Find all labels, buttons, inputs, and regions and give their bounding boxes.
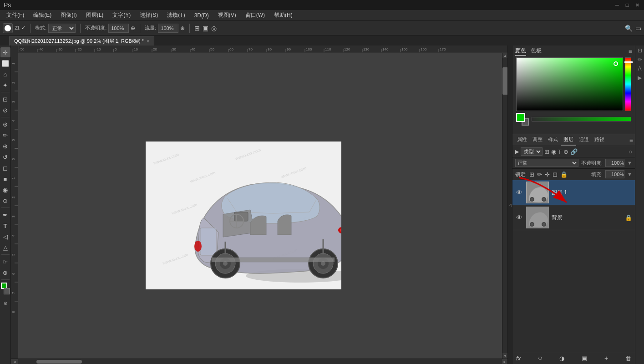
layer-bg-visibility[interactable]: 👁 [515,213,523,222]
opacity-value-input[interactable] [605,159,624,167]
filter-icon-2[interactable]: ◉ [551,148,556,155]
menu-image[interactable]: 图像(I) [56,10,81,20]
tab-channels[interactable]: 通道 [576,134,592,146]
fill-value-input[interactable] [605,170,624,178]
canvas-workspace[interactable]: www.xxxx.com www.xxxx.com www.xxxx.com w… [18,53,502,359]
color-swatch-container[interactable] [516,113,529,126]
color-gradient-picker[interactable] [516,57,623,111]
mini-tool-2[interactable]: ✏ [638,56,642,63]
layer-filter-select[interactable]: 类型 [521,147,543,156]
tool-gradient[interactable]: ■ [0,174,10,184]
menu-3d[interactable]: 3D(D) [190,11,213,20]
tool-crop[interactable]: ⊡ [0,94,10,104]
scroll-track-v[interactable] [502,58,507,353]
tab-close-button[interactable]: × [147,39,149,44]
layer-delete-btn[interactable]: 🗑 [625,355,631,362]
horizontal-scrollbar[interactable]: ◄ ► [11,359,507,364]
tool-magic-wand[interactable]: ✦ [0,80,10,90]
flow-input[interactable] [158,24,178,33]
scroll-thumb-h[interactable] [36,360,82,364]
tool-zoom[interactable]: ⊕ [0,268,10,278]
lock-all-btn[interactable]: 🔒 [560,171,568,178]
tool-path-select[interactable]: ◁ [0,232,10,242]
foreground-swatch[interactable] [516,113,525,122]
menu-layer[interactable]: 图层(L) [81,10,108,20]
tab-paths[interactable]: 路径 [592,134,607,146]
minimize-button[interactable]: ─ [614,2,620,8]
tab-properties[interactable]: 属性 [514,134,530,146]
filter-icon-1[interactable]: ⊞ [544,148,549,155]
document-tab[interactable]: QQ截图20201027113252.jpg @ 90.2% (图层 1, RG… [9,36,154,46]
tool-icon-1[interactable]: ⊞ [194,25,200,32]
close-button[interactable]: ✕ [634,2,640,8]
opacity-arrow[interactable]: ▼ [627,160,632,166]
tool-shape[interactable]: △ [0,243,10,253]
tool-select-rect[interactable]: ⬜ [0,58,10,68]
scroll-right-btn[interactable]: ► [502,359,507,364]
tool-history-brush[interactable]: ↺ [0,152,10,162]
tool-spot-heal[interactable]: ⊛ [0,119,10,129]
tool-stamp[interactable]: ⊕ [0,141,10,151]
tool-hand[interactable]: ☞ [0,257,10,267]
tool-text[interactable]: T [0,221,10,231]
tool-eyedropper[interactable]: ⊘ [0,105,10,115]
brush-preview[interactable] [3,23,13,33]
maximize-button[interactable]: □ [624,2,630,8]
mini-tool-3[interactable]: A [638,66,641,72]
tool-move[interactable]: ✛ [0,47,10,57]
blend-mode-select[interactable]: 正常 [515,159,578,167]
menu-text[interactable]: 文字(Y) [108,10,135,20]
tool-icon-2[interactable]: ▣ [203,25,208,32]
color-panel-menu-icon[interactable]: ≡ [629,48,632,55]
panel-icon[interactable]: ▭ [635,25,641,32]
layer-fx-btn[interactable]: fx [516,355,521,362]
lock-artboard-btn[interactable]: ⊡ [553,171,558,178]
color-tab-color[interactable]: 颜色 [515,47,526,56]
opacity-input[interactable] [108,24,129,33]
menu-file[interactable]: 文件(F) [2,10,29,20]
tab-styles[interactable]: 样式 [545,134,561,146]
lock-pixels-btn[interactable]: ⊞ [529,171,534,178]
hue-slider[interactable] [625,57,631,111]
mode-select[interactable]: 正常 [48,24,76,33]
search-icon[interactable]: 🔍 [625,25,633,32]
tool-blur[interactable]: ◉ [0,185,10,195]
tool-quickmask[interactable]: ⊘ [0,298,10,308]
layer-1-visibility[interactable]: 👁 [515,188,523,197]
menu-select[interactable]: 选择(S) [135,10,162,20]
lock-move-btn[interactable]: ✛ [545,171,550,178]
menu-filter[interactable]: 滤镜(T) [162,10,189,20]
lock-brush-btn[interactable]: ✏ [537,171,542,178]
scroll-track-h[interactable] [18,359,502,364]
alpha-slider[interactable] [532,117,631,121]
filter-icon-3[interactable]: T [558,148,562,155]
vertical-scrollbar[interactable]: ▲ ▼ [502,53,507,359]
layer-mask-btn[interactable]: ○ [538,354,543,362]
tab-adjustments[interactable]: 调整 [530,134,545,146]
tab-layers[interactable]: 图层 [561,134,576,146]
foreground-background-colors[interactable] [1,283,10,294]
filter-icon-4[interactable]: ⊕ [563,148,568,155]
tool-icon-3[interactable]: ◎ [211,25,217,32]
menu-window[interactable]: 窗口(W) [241,10,269,20]
color-tab-swatches[interactable]: 色板 [531,47,542,56]
layer-adjustment-btn[interactable]: ◑ [559,355,564,362]
mini-tool-1[interactable]: ⊡ [638,47,642,54]
scroll-left-btn[interactable]: ◄ [11,359,18,364]
tool-eraser[interactable]: ◻ [0,163,10,173]
menu-edit[interactable]: 编辑(E) [29,10,56,20]
menu-help[interactable]: 帮助(H) [269,10,297,20]
fill-arrow[interactable]: ▼ [627,172,632,177]
background-color[interactable] [4,288,10,294]
tool-pen[interactable]: ✒ [0,210,10,220]
panel-collapse-handle[interactable]: ◁ [507,46,512,364]
filter-toggle[interactable]: ○ [629,148,632,155]
layer-item-background[interactable]: 👁 背景 [512,205,635,230]
tool-lasso[interactable]: ⌂ [0,69,10,79]
scroll-up-btn[interactable]: ▲ [502,53,507,58]
filter-icon-5[interactable]: 🔗 [570,148,578,155]
props-panel-menu-icon[interactable]: ≡ [629,136,633,144]
menu-view[interactable]: 视图(V) [213,10,241,20]
scroll-thumb-v[interactable] [502,67,507,95]
layer-item-1[interactable]: 👁 图层 1 [512,180,635,205]
